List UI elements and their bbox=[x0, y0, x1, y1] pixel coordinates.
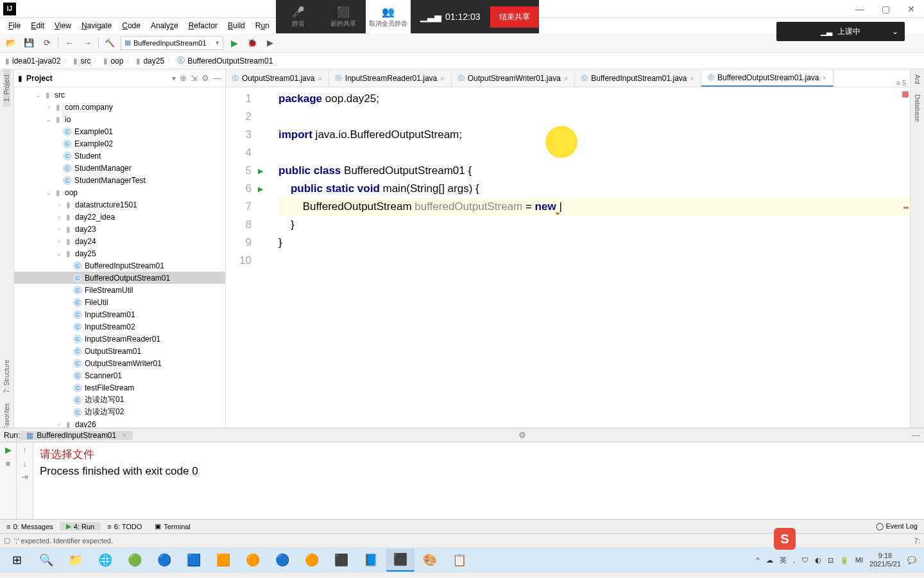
notification-icon[interactable]: 💬 bbox=[907, 556, 916, 565]
tool-project-tab[interactable]: 1: Project bbox=[3, 69, 10, 107]
tool-run[interactable]: ▶4: Run bbox=[60, 522, 101, 530]
tree-node[interactable]: CBufferedOutputStream01 bbox=[14, 272, 225, 284]
zoom-end-share[interactable]: 结束共享 bbox=[490, 6, 539, 28]
code-content[interactable]: package oop.day25; import java.io.Buffer… bbox=[270, 87, 910, 428]
stop-icon[interactable]: ■ bbox=[6, 459, 11, 468]
tray-icon[interactable]: , bbox=[793, 556, 795, 564]
tree-node[interactable]: CFileUtil bbox=[14, 296, 225, 308]
event-log[interactable]: ◯ Event Log bbox=[869, 522, 924, 530]
menu-refactor[interactable]: Refactor bbox=[184, 21, 223, 30]
app-icon[interactable]: ⬛ bbox=[327, 548, 355, 572]
tree-node[interactable]: ⌄▮day25 bbox=[14, 247, 225, 259]
locate-icon[interactable]: ⊕ bbox=[180, 73, 187, 83]
intellij-taskbar-icon[interactable]: ⬛ bbox=[386, 548, 415, 572]
breadcrumb-item[interactable]: ▮src bbox=[73, 57, 90, 66]
app-icon[interactable]: 🟢 bbox=[121, 548, 149, 572]
chevron-down-icon[interactable]: ▾ bbox=[172, 74, 176, 83]
tree-arrow[interactable]: › bbox=[55, 226, 63, 232]
app-icon[interactable]: 🟠 bbox=[239, 548, 267, 572]
tabs-overflow[interactable]: ≡ 5 bbox=[892, 79, 910, 87]
edge-icon[interactable]: 🌐 bbox=[91, 548, 119, 572]
tool-database-tab[interactable]: Database bbox=[914, 89, 921, 127]
editor-tab[interactable]: ⓒInputStreamReader01.java× bbox=[329, 70, 452, 87]
run-config-select[interactable]: ▦ BufferedInputStream01 ▾ bbox=[121, 36, 223, 50]
build-icon[interactable]: 🔨 bbox=[103, 36, 117, 50]
menu-code[interactable]: Code bbox=[117, 21, 146, 30]
tree-arrow[interactable]: › bbox=[55, 202, 63, 208]
tool-todo[interactable]: ≡6: TODO bbox=[101, 523, 148, 530]
editor-tab[interactable]: ⓒBufferedOutputStream01.java× bbox=[701, 70, 834, 87]
debug-button[interactable]: 🐞 bbox=[245, 36, 259, 50]
tree-arrow[interactable]: › bbox=[55, 421, 63, 428]
menu-build[interactable]: Build bbox=[223, 21, 250, 30]
tray-cloud-icon[interactable]: ☁ bbox=[766, 556, 773, 565]
app-icon[interactable]: 🔵 bbox=[150, 548, 178, 572]
up-icon[interactable]: ↑ bbox=[22, 445, 27, 455]
save-icon[interactable]: 💾 bbox=[22, 36, 36, 50]
menu-file[interactable]: File bbox=[3, 21, 26, 30]
zoom-mute[interactable]: 🎤静音 bbox=[276, 0, 321, 33]
close-icon[interactable]: × bbox=[823, 74, 826, 82]
tree-node[interactable]: ›▮com.company bbox=[14, 101, 225, 113]
gear-icon[interactable]: ⚙ bbox=[518, 430, 526, 440]
tree-node[interactable]: C边读边写01 bbox=[14, 394, 225, 406]
tree-node[interactable]: ›▮day23 bbox=[14, 223, 225, 235]
tree-node[interactable]: CInputStream02 bbox=[14, 320, 225, 333]
error-mark[interactable] bbox=[903, 207, 909, 209]
run-button[interactable]: ▶ bbox=[227, 36, 241, 50]
app-icon[interactable]: 🟧 bbox=[209, 548, 237, 572]
tree-node[interactable]: CInputStreamReader01 bbox=[14, 333, 225, 345]
tree-node[interactable]: CBufferedInputStream01 bbox=[14, 259, 225, 272]
breadcrumb-item[interactable]: ▮idea01-java02 bbox=[5, 57, 60, 66]
tool-structure-tab[interactable]: 7: Structure bbox=[3, 355, 10, 398]
refresh-icon[interactable]: ⟳ bbox=[40, 36, 54, 50]
tree-node[interactable]: CExample01 bbox=[14, 125, 225, 137]
close-icon[interactable]: × bbox=[564, 74, 568, 82]
tree-arrow[interactable]: ⌄ bbox=[45, 189, 53, 196]
tree-node[interactable]: C边读边写02 bbox=[14, 406, 225, 418]
zoom-new-share[interactable]: ⬛新的共享 bbox=[321, 0, 366, 33]
tree-arrow[interactable]: ⌄ bbox=[55, 250, 63, 257]
close-icon[interactable]: × bbox=[318, 74, 321, 82]
tree-node[interactable]: CFileStreamUtil bbox=[14, 284, 225, 296]
menu-navigate[interactable]: Navigate bbox=[76, 21, 117, 30]
tree-node[interactable]: ⌄▮io bbox=[14, 113, 225, 125]
status-icon[interactable]: ▢ bbox=[4, 536, 10, 545]
maximize-button[interactable]: ▢ bbox=[873, 0, 898, 18]
sogou-ime-popup[interactable]: S bbox=[774, 528, 796, 550]
error-stripe-icon[interactable] bbox=[902, 91, 909, 98]
tree-arrow[interactable]: › bbox=[45, 104, 53, 110]
tree-node[interactable]: ›▮day24 bbox=[14, 235, 225, 247]
tree-arrow[interactable]: ⌄ bbox=[45, 116, 53, 123]
tree-node[interactable]: CtestFileStream bbox=[14, 381, 225, 394]
breadcrumb-item[interactable]: ▮day25 bbox=[136, 57, 164, 66]
collapse-icon[interactable]: ⇲ bbox=[191, 73, 198, 83]
close-icon[interactable]: × bbox=[690, 74, 694, 82]
close-icon[interactable]: × bbox=[122, 431, 126, 440]
back-icon[interactable]: ← bbox=[62, 36, 76, 50]
tree-node[interactable]: CInputStream01 bbox=[14, 308, 225, 320]
tree-node[interactable]: COutputStream01 bbox=[14, 345, 225, 357]
project-tree[interactable]: ⌄▮src›▮com.company⌄▮ioCExample01CExample… bbox=[14, 87, 225, 442]
class-status-pill[interactable]: ▁▃ 上课中 ⌄ bbox=[776, 22, 905, 41]
tray-icon[interactable]: MI bbox=[855, 556, 863, 564]
menu-analyze[interactable]: Analyze bbox=[146, 21, 184, 30]
tool-messages[interactable]: ≡0: Messages bbox=[0, 523, 60, 530]
app-icon[interactable]: 🟠 bbox=[298, 548, 326, 572]
editor-tab[interactable]: ⓒOutputStream01.java× bbox=[226, 70, 329, 87]
close-button[interactable]: ✕ bbox=[898, 0, 924, 18]
tray-icon[interactable]: ◐ bbox=[815, 556, 821, 565]
tree-node[interactable]: ›▮datastructure1501 bbox=[14, 198, 225, 211]
tray-shield-icon[interactable]: 🛡 bbox=[801, 556, 809, 564]
app-icon[interactable]: 🔵 bbox=[268, 548, 296, 572]
menu-view[interactable]: View bbox=[49, 21, 76, 30]
breadcrumb-item[interactable]: ▮oop bbox=[103, 57, 123, 66]
tool-ant-tab[interactable]: Ant bbox=[914, 69, 921, 89]
tree-node[interactable]: CExample02 bbox=[14, 137, 225, 150]
word-icon[interactable]: 📘 bbox=[357, 548, 385, 572]
coverage-icon[interactable]: ▶ bbox=[263, 36, 277, 50]
tool-terminal[interactable]: ▣Terminal bbox=[148, 522, 197, 530]
tree-arrow[interactable]: ⌄ bbox=[35, 92, 42, 98]
hide-icon[interactable]: — bbox=[912, 430, 920, 440]
forward-icon[interactable]: → bbox=[80, 36, 94, 50]
